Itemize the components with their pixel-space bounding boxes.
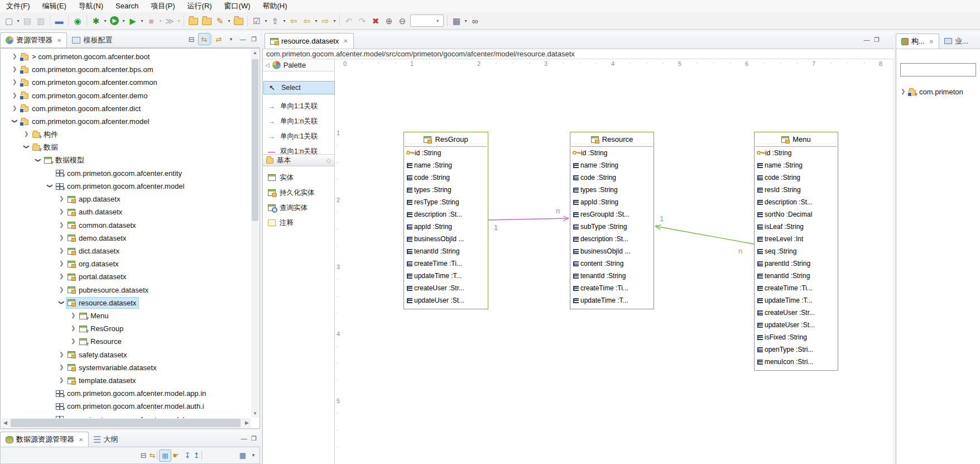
back-button[interactable]: ⇦ [300, 14, 314, 27]
chevron-down-icon[interactable]: ▾ [227, 14, 232, 27]
entity-resource[interactable]: Resourceid :Stringname :Stringcode :Stri… [570, 132, 654, 309]
tree-item[interactable]: ❯com.primeton.gocom.afcenter.dict [1, 103, 260, 114]
entity-field[interactable]: resType :String [404, 196, 488, 208]
delete-button[interactable]: ✖ [369, 14, 382, 27]
tree-item[interactable]: ❯ ? com.primeton [896, 86, 980, 98]
chevron-down-icon[interactable]: ▾ [282, 14, 287, 27]
expand-expander-icon[interactable]: ❯ [59, 247, 64, 254]
palette-tool-query-entity[interactable]: 查询实体 [263, 202, 334, 214]
collapse-all-icon[interactable]: ⊟ [186, 34, 197, 45]
expand-expander-icon[interactable]: ❯ [12, 92, 17, 99]
entity-field[interactable]: id :String [755, 147, 838, 159]
expand-expander-icon[interactable]: ❯ [12, 105, 17, 112]
entity-field[interactable]: name :String [755, 159, 838, 171]
open-task-button[interactable] [232, 14, 245, 27]
entity-menu[interactable]: Menuid :Stringname :Stringcode :Stringre… [754, 132, 838, 371]
entity-field[interactable]: code :String [755, 171, 838, 184]
open-console-button[interactable]: ▬ [52, 14, 66, 27]
chevron-down-icon[interactable]: ▾ [103, 14, 108, 27]
entity-field[interactable]: createUser :Str... [755, 307, 838, 319]
save-button[interactable]: ▤ [21, 14, 34, 27]
entity-field[interactable]: createTime :Ti... [570, 282, 654, 294]
tree-item[interactable]: ❯?com.primeton.gocom.afcenter.model [1, 180, 260, 192]
tree-item[interactable]: ❯?Resource [1, 336, 260, 347]
minimize-icon[interactable]: — [239, 435, 249, 442]
entity-field[interactable]: content :String [570, 257, 654, 270]
chevron-down-icon[interactable]: ▾ [332, 14, 337, 27]
collapse-expander-icon[interactable]: ❯ [35, 157, 41, 162]
menu-item-search[interactable]: Search [109, 0, 145, 12]
menu-item-navigate[interactable]: 导航(N) [73, 0, 109, 12]
tree-vertical-scrollbar[interactable]: ▲ ▼ [251, 49, 259, 418]
relation-resgroup-to-resource[interactable] [488, 216, 569, 221]
palette-tool-rel-1-n[interactable]: →单向1:n关联 [263, 115, 334, 127]
collapse-expander-icon[interactable]: ❯ [58, 300, 65, 305]
tree-item[interactable]: ❯template.datasetx [1, 375, 260, 386]
menu-item-edit[interactable]: 编辑(E) [36, 0, 73, 12]
entity-field[interactable]: resGroupId :St... [570, 208, 654, 221]
menu-item-file[interactable]: 文件(F) [0, 0, 36, 12]
zoom-level-input[interactable] [411, 16, 435, 26]
menu-item-project[interactable]: 项目(P) [145, 0, 181, 12]
entity-field[interactable]: openType :Stri... [755, 343, 838, 356]
chevron-down-icon[interactable]: ▾ [16, 14, 21, 27]
format-brush-button[interactable]: ✎ [213, 14, 227, 27]
tree-item[interactable]: ❯safety.datasetx [1, 349, 260, 361]
tab-datasource-explorer[interactable]: 数据源资源管理器 ✕ [0, 432, 89, 447]
scrollbar-thumb[interactable] [252, 59, 258, 221]
relation-cardinality-label[interactable]: n [738, 247, 742, 255]
run-button[interactable]: ▶ [108, 14, 121, 27]
entity-field[interactable]: appId :String [404, 221, 488, 233]
zoom-level-combo[interactable]: ▾ [410, 15, 444, 27]
collapse-expander-icon[interactable]: ❯ [11, 119, 18, 123]
relation-menu-to-resource[interactable] [655, 225, 754, 244]
palette-tool-select[interactable]: ↖ Select [264, 82, 334, 94]
open-resource-button[interactable] [200, 14, 213, 27]
grid-icon[interactable]: ▦ [237, 449, 248, 461]
menu-item-run[interactable]: 运行(R) [181, 0, 218, 12]
minimize-icon[interactable]: — [238, 36, 248, 42]
search-input[interactable] [900, 63, 976, 76]
entity-field[interactable]: tenantId :String [570, 270, 654, 282]
type-hierarchy-button[interactable]: ⇧ [268, 14, 282, 27]
link-with-editor-icon[interactable]: ⇆ [147, 449, 158, 461]
entity-field[interactable]: appId :String [570, 196, 654, 208]
entity-field[interactable]: businessObjId ... [570, 245, 654, 257]
chevron-down-icon[interactable]: ▾ [158, 14, 163, 27]
tree-item[interactable]: ❯com.primeton.gocom.afcenter.demo [1, 90, 260, 102]
entity-field[interactable]: description :St... [404, 208, 488, 221]
entity-field[interactable]: name :String [570, 159, 654, 171]
expand-expander-icon[interactable]: ❯ [12, 66, 17, 73]
tree-item[interactable]: ❯com.primeton.gocom.afcenter.bps.om [1, 64, 260, 75]
entity-field[interactable]: isLeaf :String [755, 221, 838, 233]
entity-field[interactable]: tenantId :String [404, 245, 488, 257]
zoom-out-button[interactable]: ⊖ [396, 14, 409, 27]
expand-expander-icon[interactable]: ❯ [59, 351, 64, 358]
export-icon[interactable]: ↥ [191, 449, 202, 461]
collapse-expander-icon[interactable]: ❯ [46, 184, 53, 188]
chevron-down-icon[interactable]: ▾ [176, 14, 181, 27]
entity-field[interactable]: id :String [404, 147, 488, 159]
expand-expander-icon[interactable]: ❯ [59, 377, 64, 384]
scroll-up-icon[interactable]: ▲ [251, 49, 259, 57]
chevron-down-icon[interactable]: ▾ [140, 14, 145, 27]
entity-field[interactable]: menuIcon :Stri... [755, 356, 838, 368]
expand-expander-icon[interactable]: ❯ [59, 364, 64, 371]
entity-field[interactable]: code :String [570, 171, 654, 184]
menu-item-window[interactable]: 窗口(W) [218, 0, 257, 12]
chevron-down-icon[interactable]: ▾ [314, 14, 319, 27]
tab-resource-datasetx[interactable]: resource.datasetx ✕ [265, 33, 354, 49]
maximize-icon[interactable]: ❐ [249, 36, 259, 43]
entity-field[interactable]: createUser :Str... [404, 282, 488, 294]
collapse-expander-icon[interactable]: ❯ [23, 145, 30, 149]
tree-item[interactable]: ❯?Menu [1, 310, 260, 322]
chevron-down-icon[interactable]: ▾ [121, 14, 126, 27]
tree-layout-icon[interactable]: ⊞ [159, 449, 171, 462]
tab-outline[interactable]: 大纲 [89, 432, 123, 447]
entity-field[interactable]: updateTime :T... [755, 294, 838, 307]
tree-item[interactable]: ❯com.primeton.gocom.afcenter.model [1, 116, 260, 127]
tree-item[interactable]: ❯demo.datasetx [1, 232, 260, 244]
entity-field[interactable]: businessObjId ... [404, 233, 488, 245]
redo-button[interactable]: ↷ [356, 14, 369, 27]
chevron-down-icon[interactable]: ▾ [263, 14, 268, 27]
